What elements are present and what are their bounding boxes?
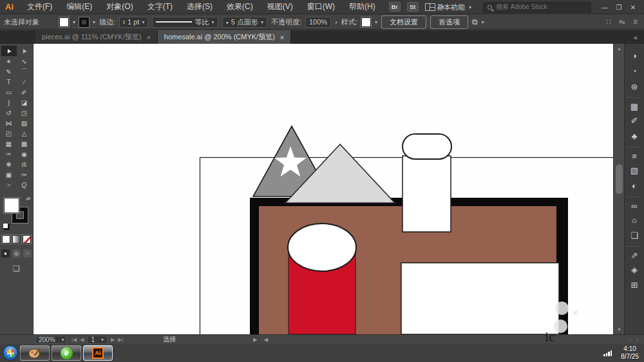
panel-color-guide[interactable]: ◔: [627, 63, 642, 79]
menu-item-效果(C)[interactable]: 效果(C): [221, 0, 259, 14]
horizontal-scroll-arrows[interactable]: ‹ ›: [629, 337, 640, 343]
screen-mode-icon[interactable]: ❏: [11, 264, 23, 273]
scroll-up-icon[interactable]: ▲: [614, 46, 625, 51]
brush-definition-dropdown[interactable]: ● 5 点圆形 ▾: [222, 17, 267, 28]
panel-layers[interactable]: ◈: [627, 262, 642, 277]
tool-scale[interactable]: ◳: [17, 108, 32, 118]
tool-eyedropper[interactable]: ✑: [1, 149, 17, 159]
tool-curvature[interactable]: ⌒: [17, 66, 32, 77]
panel-libraries[interactable]: ∞: [627, 196, 642, 212]
panel-stroke[interactable]: ≡: [627, 147, 642, 162]
menu-item-文件(F)[interactable]: 文件(F): [21, 0, 58, 14]
tool-line-segment[interactable]: ∕: [17, 77, 32, 87]
artboard-number-dropdown[interactable]: 1 ▾: [87, 336, 108, 344]
list-icon[interactable]: ≡: [633, 17, 638, 26]
last-artboard-icon[interactable]: ▶|: [118, 337, 123, 343]
chevron-down-icon[interactable]: ▾: [93, 19, 95, 25]
menu-item-视图(V)[interactable]: 视图(V): [261, 0, 299, 14]
stroke-weight-field[interactable]: ▴▾ 1 pt ▾: [119, 17, 148, 28]
panel-pattern-options[interactable]: ⊛: [627, 79, 642, 94]
tool-shaper[interactable]: ∫: [1, 97, 17, 108]
first-artboard-icon[interactable]: |◀: [71, 337, 77, 343]
start-button[interactable]: [3, 345, 18, 361]
tool-pen[interactable]: ✎: [1, 66, 17, 77]
menu-item-选择(S)[interactable]: 选择(S): [181, 0, 218, 14]
none-button[interactable]: [23, 235, 31, 243]
swap-fill-stroke-icon[interactable]: ⇄: [26, 196, 31, 202]
panel-appearance[interactable]: ☼: [627, 212, 642, 227]
fill-swatch[interactable]: [4, 198, 19, 213]
chevron-down-icon[interactable]: ▾: [73, 19, 75, 25]
taskbar-app-illustrator[interactable]: Ai: [83, 345, 113, 361]
preferences-button[interactable]: 首选项: [430, 15, 468, 29]
tool-zoom[interactable]: Q: [17, 180, 32, 190]
panel-transparency[interactable]: ◐: [627, 178, 642, 193]
status-flip-arrows[interactable]: ▶ ◀: [253, 337, 270, 343]
grid-icon[interactable]: ∷: [606, 17, 611, 26]
tool-gradient[interactable]: ▩: [17, 138, 32, 149]
stroke-color-swatch[interactable]: [79, 17, 89, 27]
draw-behind-icon[interactable]: ◍: [12, 249, 21, 258]
tool-direct-selection[interactable]: ➤: [17, 46, 32, 56]
tool-symbol-sprayer[interactable]: ❋: [1, 159, 17, 169]
panel-gradient[interactable]: ▧: [627, 162, 642, 178]
tool-type[interactable]: T: [1, 77, 17, 87]
tool-eraser[interactable]: ◪: [17, 97, 32, 108]
opacity-field[interactable]: 100%: [305, 17, 331, 28]
tab-homesale[interactable]: homesale.ai @ 200% (CMYK/预览) ×: [158, 30, 291, 44]
panel-symbols[interactable]: ♣: [627, 128, 642, 144]
tool-hand[interactable]: ☞: [1, 180, 17, 190]
document-setup-button[interactable]: 文档设置: [381, 15, 426, 29]
taskbar-app-paint[interactable]: [20, 345, 50, 361]
tool-perspective-grid[interactable]: △: [17, 128, 32, 138]
scrollbar-thumb[interactable]: [616, 164, 623, 194]
chevron-right-icon[interactable]: ›: [335, 18, 337, 26]
tool-mesh[interactable]: ▦: [1, 138, 17, 149]
panel-swatches[interactable]: ▦: [627, 97, 642, 113]
transform-options-icon[interactable]: ⧉: [472, 17, 478, 26]
zoom-level-dropdown[interactable]: 200% ▾: [35, 336, 66, 344]
tool-blend[interactable]: ◉: [17, 149, 32, 159]
bridge-icon[interactable]: Br: [389, 2, 401, 12]
menu-item-文字(T)[interactable]: 文字(T): [142, 0, 178, 14]
fill-color-swatch[interactable]: [59, 17, 69, 27]
tab-close-icon[interactable]: ×: [146, 33, 150, 41]
stroke-profile-dropdown[interactable]: 等比 ▾: [152, 17, 218, 28]
panel-color[interactable]: ◑: [627, 48, 642, 63]
tool-selection[interactable]: ➤: [1, 46, 17, 56]
stock-search[interactable]: 搜索 Adobe Stock: [483, 2, 591, 13]
tool-artboard[interactable]: ▣: [1, 169, 17, 180]
tool-width[interactable]: ⋈: [1, 118, 17, 128]
default-fill-stroke-icon[interactable]: [3, 223, 8, 229]
menu-item-编辑(E)[interactable]: 编辑(E): [61, 0, 98, 14]
panel-artboards[interactable]: ⊞: [627, 277, 642, 292]
taskbar-app-browser[interactable]: e: [52, 345, 81, 361]
tool-magic-wand[interactable]: ✶: [1, 56, 17, 66]
tool-slice[interactable]: ✂: [17, 169, 32, 180]
tool-rectangle[interactable]: ▭: [1, 87, 17, 97]
tool-free-transform[interactable]: ▧: [17, 118, 32, 128]
style-swatch[interactable]: [361, 17, 371, 27]
scroll-down-icon[interactable]: ▼: [614, 327, 625, 332]
vertical-scrollbar[interactable]: ▲ ▼: [613, 44, 624, 334]
collapse-panels-icon[interactable]: «: [634, 33, 644, 44]
tool-rotate[interactable]: ↺: [1, 108, 17, 118]
tool-paintbrush[interactable]: ✐: [17, 87, 32, 97]
minimize-button[interactable]: —: [599, 4, 611, 11]
tab-pieces[interactable]: pieces.ai @ 111% (CMYK/预览) ×: [35, 30, 158, 44]
restore-button[interactable]: ❐: [613, 4, 625, 11]
stepper-icon[interactable]: ▴▾: [123, 19, 125, 24]
panel-brushes[interactable]: ✐: [627, 113, 642, 128]
menu-item-对象(O)[interactable]: 对象(O): [100, 0, 138, 14]
chevron-down-icon[interactable]: ▾: [375, 19, 377, 25]
close-button[interactable]: ✕: [627, 4, 639, 11]
color-button[interactable]: [2, 235, 10, 243]
chevron-down-icon[interactable]: ▾: [481, 19, 484, 25]
dock-control-icon[interactable]: ⇋: [619, 17, 625, 26]
network-signal-icon[interactable]: [603, 350, 612, 356]
artboard-canvas[interactable]: [33, 44, 613, 334]
draw-normal-icon[interactable]: ●: [1, 249, 10, 258]
panel-graphic-styles[interactable]: ❑: [627, 227, 642, 243]
gradient-button[interactable]: [12, 235, 21, 243]
stock-icon[interactable]: St: [407, 2, 419, 12]
